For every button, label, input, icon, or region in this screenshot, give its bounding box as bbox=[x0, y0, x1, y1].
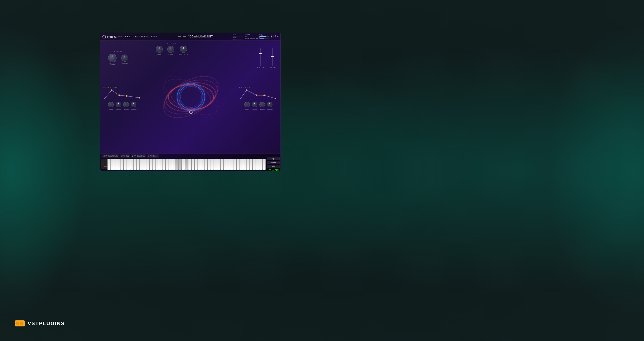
piano-white-key[interactable] bbox=[169, 159, 172, 170]
track-label-3: FM Sines bbox=[150, 155, 157, 157]
track-tab-1[interactable]: FM Clap bbox=[119, 154, 130, 158]
piano-white-key[interactable] bbox=[240, 159, 243, 170]
latch-button[interactable]: Latch bbox=[267, 165, 279, 168]
piano-white-key[interactable] bbox=[262, 159, 266, 170]
piano-white-key[interactable] bbox=[249, 159, 253, 170]
tab-perform[interactable]: PERFORM bbox=[135, 35, 148, 38]
piano-white-key[interactable] bbox=[220, 159, 224, 170]
filter-env-release-point[interactable] bbox=[139, 97, 140, 99]
piano-white-key[interactable] bbox=[140, 159, 143, 170]
piano-white-key[interactable] bbox=[243, 159, 246, 170]
piano-white-key[interactable] bbox=[146, 159, 149, 170]
amp-decay-knob[interactable] bbox=[252, 102, 257, 107]
piano-white-key[interactable] bbox=[166, 159, 169, 170]
piano-white-key[interactable] bbox=[111, 159, 114, 170]
piano-white-key[interactable] bbox=[153, 159, 156, 170]
track-tab-0[interactable]: FM Glass HiHats bbox=[101, 154, 119, 158]
piano-white-key[interactable] bbox=[259, 159, 262, 170]
piano-white-key[interactable] bbox=[172, 159, 175, 170]
piano-white-key[interactable] bbox=[246, 159, 250, 170]
piano-white-key[interactable] bbox=[120, 159, 124, 170]
piano-white-key[interactable] bbox=[211, 159, 214, 170]
piano-white-key[interactable] bbox=[208, 159, 211, 170]
amp-env-curve bbox=[239, 89, 278, 100]
filter-env-decay-point[interactable] bbox=[118, 94, 120, 96]
mod-slider[interactable] bbox=[104, 159, 107, 169]
piano-white-key[interactable] bbox=[236, 159, 240, 170]
piano-white-key[interactable] bbox=[156, 159, 159, 170]
filter-sustain-knob[interactable] bbox=[123, 102, 129, 107]
filter-decay-knob[interactable] bbox=[116, 102, 121, 107]
alert-icon[interactable]: ! bbox=[273, 35, 274, 38]
tab-edit[interactable]: EDIT bbox=[151, 35, 157, 38]
piano-white-key[interactable] bbox=[204, 159, 208, 170]
nav-back-icon[interactable]: ⟵ bbox=[178, 35, 181, 38]
pitch-bend-slider[interactable] bbox=[101, 159, 104, 169]
piano-white-key[interactable] bbox=[256, 159, 259, 170]
piano-white-key[interactable] bbox=[194, 159, 198, 170]
amp-env-release-point[interactable] bbox=[275, 98, 276, 99]
piano-white-key[interactable] bbox=[233, 159, 236, 170]
tab-easy[interactable]: EASY bbox=[125, 35, 132, 38]
info-icon[interactable]: ℹ bbox=[271, 35, 272, 38]
piano-white-key[interactable] bbox=[230, 159, 233, 170]
volume-slider[interactable] bbox=[272, 48, 273, 66]
amp-env-attack-point[interactable] bbox=[246, 89, 247, 91]
amp-attack-knob[interactable] bbox=[244, 102, 250, 107]
filter-env-attack-point[interactable] bbox=[111, 89, 112, 91]
cutoff-knob[interactable] bbox=[167, 46, 174, 53]
piano-white-key[interactable] bbox=[253, 159, 256, 170]
piano-white-key[interactable] bbox=[136, 159, 140, 170]
piano-white-key[interactable] bbox=[182, 159, 185, 170]
piano-white-key[interactable] bbox=[127, 159, 130, 170]
octave-knob[interactable] bbox=[108, 54, 116, 62]
piano-white-key[interactable] bbox=[227, 159, 230, 170]
hd-bar bbox=[233, 39, 243, 39]
piano-white-key[interactable] bbox=[188, 159, 191, 170]
piano-white-key[interactable] bbox=[162, 159, 166, 170]
piano-white-key[interactable] bbox=[143, 159, 146, 170]
filter-env-title: FILTER ENV bbox=[103, 86, 118, 88]
piano-white-key[interactable] bbox=[224, 159, 227, 170]
filter-env-sustain-point[interactable] bbox=[126, 95, 128, 97]
menu-icon[interactable]: ≡ bbox=[277, 35, 278, 38]
svg-point-5 bbox=[177, 83, 205, 111]
piano-white-key[interactable] bbox=[191, 159, 195, 170]
resonance-knob[interactable] bbox=[180, 46, 187, 53]
external-button[interactable]: External bbox=[267, 161, 279, 164]
amp-release-knob[interactable] bbox=[267, 102, 272, 107]
piano-controls: Arp External Latch 100.0 BPM bbox=[266, 159, 279, 170]
piano-white-key[interactable] bbox=[133, 159, 137, 170]
effect-mix-slider[interactable] bbox=[260, 48, 261, 66]
piano-white-key[interactable] bbox=[217, 159, 220, 170]
piano-white-key[interactable] bbox=[178, 159, 182, 170]
piano-white-key[interactable] bbox=[214, 159, 217, 170]
piano-white-key[interactable] bbox=[175, 159, 178, 170]
filter-attack-knob[interactable] bbox=[108, 102, 114, 107]
semitone-label: Semitone bbox=[121, 62, 129, 64]
piano-white-key[interactable] bbox=[159, 159, 162, 170]
track-tab-2[interactable]: FM BassDrum bbox=[131, 154, 146, 158]
piano-white-key[interactable] bbox=[107, 159, 111, 170]
fx-label: FX bbox=[259, 37, 269, 38]
piano-white-key[interactable] bbox=[130, 159, 133, 170]
piano-white-key[interactable] bbox=[201, 159, 204, 170]
track-tab-3[interactable]: FM Sines bbox=[147, 154, 159, 158]
semitone-knob[interactable] bbox=[121, 55, 128, 62]
arp-button[interactable]: Arp bbox=[267, 157, 279, 160]
piano-white-key[interactable] bbox=[117, 159, 120, 170]
piano-white-key[interactable] bbox=[114, 159, 117, 170]
nav-forward-icon[interactable]: ⟶ bbox=[183, 35, 186, 38]
help-icon[interactable]: ? bbox=[275, 35, 276, 38]
filter-release-knob[interactable] bbox=[131, 102, 136, 107]
piano-white-key[interactable] bbox=[124, 159, 127, 170]
voices-section: Voices 40 Tune: 440.00 Hz bbox=[245, 34, 258, 39]
piano-white-key[interactable] bbox=[185, 159, 188, 170]
amp-env-sustain-point[interactable] bbox=[263, 94, 265, 96]
filter-env-curve bbox=[103, 89, 142, 100]
piano-white-key[interactable] bbox=[198, 159, 201, 170]
amp-sustain-knob[interactable] bbox=[259, 102, 265, 107]
drive-knob[interactable] bbox=[156, 46, 163, 53]
amp-env-decay-point[interactable] bbox=[256, 94, 257, 96]
piano-white-key[interactable] bbox=[149, 159, 153, 170]
